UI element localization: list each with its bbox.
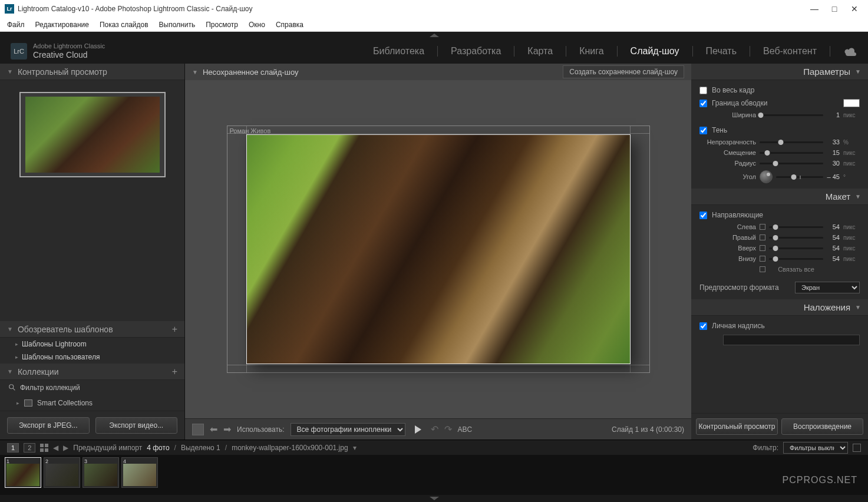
add-template-button[interactable]: + xyxy=(172,324,177,335)
slide-caption[interactable]: Роман Живов xyxy=(230,127,271,134)
link-left-toggle[interactable] xyxy=(760,224,765,230)
full-frame-checkbox[interactable] xyxy=(699,87,707,94)
slide-image xyxy=(246,134,631,364)
module-slideshow[interactable]: Слайд-шоу xyxy=(631,46,679,57)
maximize-button[interactable]: □ xyxy=(830,5,839,13)
radius-slider[interactable] xyxy=(760,163,823,164)
menu-view[interactable]: Просмотр xyxy=(206,21,238,29)
nav-back-icon[interactable]: ◀ xyxy=(53,444,58,452)
preview-format-select[interactable]: Экран xyxy=(795,282,860,293)
template-user[interactable]: Шаблоны пользователя xyxy=(0,351,184,364)
photo-count: 4 фото xyxy=(147,444,169,452)
rotate-cw-icon[interactable]: ↷ xyxy=(444,424,452,435)
link-right-toggle[interactable] xyxy=(760,235,765,240)
minimize-button[interactable]: — xyxy=(810,5,819,13)
filmstrip-thumb[interactable]: 3 xyxy=(82,457,119,488)
margin-bottom-slider[interactable] xyxy=(769,258,823,260)
add-collection-button[interactable]: + xyxy=(172,366,177,377)
filename-dropdown-icon[interactable]: ▾ xyxy=(353,444,357,452)
source-label[interactable]: Предыдущий импорт xyxy=(73,444,142,452)
preview-panel-header[interactable]: ▼Контрольный просмотр xyxy=(0,64,184,80)
cloud-sync-icon[interactable] xyxy=(843,47,857,56)
module-web[interactable]: Веб-контент xyxy=(763,46,817,57)
export-jpeg-button[interactable]: Экспорт в JPEG... xyxy=(7,417,90,434)
grid-view-icon[interactable] xyxy=(40,444,48,452)
filmstrip[interactable]: 1 2 3 4 PCPROGS.NET xyxy=(0,455,868,495)
stroke-color-swatch[interactable] xyxy=(843,99,860,107)
secondary-toolbar: 1 2 ◀ ▶ Предыдущий импорт 4 фото / Выдел… xyxy=(0,440,868,455)
filmstrip-thumb[interactable]: 2 xyxy=(44,457,80,488)
angle-dial[interactable] xyxy=(760,170,773,183)
menu-window[interactable]: Окно xyxy=(249,21,265,29)
menu-run[interactable]: Выполнить xyxy=(159,21,196,29)
center-panel: ▼ Несохраненное слайд-шоу Создать сохран… xyxy=(185,64,691,440)
stop-button[interactable] xyxy=(192,424,204,435)
filmstrip-thumb[interactable]: 4 xyxy=(121,457,158,488)
module-print[interactable]: Печать xyxy=(706,46,737,57)
slide-canvas[interactable]: Роман Живов xyxy=(185,80,691,418)
text-overlay-button[interactable]: ABC xyxy=(458,425,473,434)
nav-forward-icon[interactable]: ▶ xyxy=(63,444,68,452)
module-map[interactable]: Карта xyxy=(527,46,553,57)
menu-edit[interactable]: Редактирование xyxy=(35,21,89,29)
slide-counter: Слайд 1 из 4 (0:00:30) xyxy=(612,425,684,434)
filmstrip-thumb[interactable]: 1 xyxy=(5,457,41,488)
opacity-slider[interactable] xyxy=(760,141,823,143)
module-book[interactable]: Книга xyxy=(579,46,603,57)
shadow-checkbox[interactable] xyxy=(699,127,707,134)
export-video-button[interactable]: Экспорт видео... xyxy=(95,417,178,434)
identity-plate-checkbox[interactable] xyxy=(699,322,707,330)
right-panel: Параметры▼ Во весь кадр Граница обводки … xyxy=(691,64,868,440)
menu-slideshow[interactable]: Показ слайдов xyxy=(100,21,148,29)
play-button[interactable] xyxy=(415,425,421,434)
app-icon: Lr xyxy=(5,4,14,14)
link-top-toggle[interactable] xyxy=(760,245,765,251)
main-display-toggle[interactable]: 1 xyxy=(7,443,19,453)
offset-slider[interactable] xyxy=(760,152,823,154)
playback-toolbar: ⬅ ➡ Использовать: Все фотографии кинопле… xyxy=(185,418,691,440)
top-panel-grip[interactable] xyxy=(0,32,868,39)
prev-slide-button[interactable]: ⬅ xyxy=(210,424,217,435)
playback-button[interactable]: Воспроизведение xyxy=(781,418,863,435)
angle-slider[interactable] xyxy=(776,176,823,178)
stroke-checkbox[interactable] xyxy=(699,100,707,107)
rotate-ccw-icon[interactable]: ↶ xyxy=(431,424,438,435)
parameters-header[interactable]: Параметры▼ xyxy=(691,64,868,80)
lightroom-logo-icon: LrC xyxy=(11,43,27,60)
layout-header[interactable]: Макет▼ xyxy=(691,189,868,205)
bottom-panel-grip[interactable] xyxy=(0,495,868,502)
margin-left-slider[interactable] xyxy=(769,226,823,228)
filter-select[interactable]: Фильтры выключ... xyxy=(783,442,848,454)
link-bottom-toggle[interactable] xyxy=(760,256,765,262)
close-button[interactable]: ✕ xyxy=(850,5,859,13)
module-develop[interactable]: Разработка xyxy=(451,46,501,57)
margin-right-slider[interactable] xyxy=(769,237,823,239)
secondary-display-toggle[interactable]: 2 xyxy=(24,443,35,453)
collections-filter[interactable]: Фильтр коллекций xyxy=(0,380,184,395)
templates-panel-header[interactable]: ▼Обозреватель шаблонов+ xyxy=(0,321,184,338)
menu-help[interactable]: Справка xyxy=(276,21,303,29)
suite-name: Creative Cloud xyxy=(33,50,105,60)
identity-plate-preview[interactable] xyxy=(723,335,860,345)
filter-lock-icon[interactable] xyxy=(853,444,861,452)
template-lightroom[interactable]: Шаблоны Lightroom xyxy=(0,338,184,351)
overlays-header[interactable]: Наложения▼ xyxy=(691,299,868,316)
save-slideshow-button[interactable]: Создать сохраненное слайд-шоу xyxy=(563,65,684,78)
use-source-select[interactable]: Все фотографии кинопленки xyxy=(291,423,405,436)
margin-top-slider[interactable] xyxy=(769,247,823,249)
module-library[interactable]: Библиотека xyxy=(373,46,424,57)
preview-thumbnail[interactable] xyxy=(19,92,166,177)
collections-panel-header[interactable]: ▼Коллекции+ xyxy=(0,364,184,380)
next-slide-button[interactable]: ➡ xyxy=(223,424,231,435)
menu-file[interactable]: Файл xyxy=(7,21,25,29)
smart-collections[interactable]: Smart Collections xyxy=(0,395,184,411)
module-picker: Библиотека Разработка Карта Книга Слайд-… xyxy=(373,46,857,57)
product-name: Adobe Lightroom Classic xyxy=(33,42,105,50)
link-all-toggle[interactable] xyxy=(760,266,765,272)
guides-checkbox[interactable] xyxy=(699,212,707,219)
stroke-width-slider[interactable] xyxy=(760,114,823,116)
svg-point-0 xyxy=(9,385,14,389)
current-filename: monkey-wallpaper-1600x900-001.jpg xyxy=(232,444,348,452)
preview-button[interactable]: Контрольный просмотр xyxy=(696,418,778,435)
slideshow-header: ▼ Несохраненное слайд-шоу Создать сохран… xyxy=(185,64,691,80)
